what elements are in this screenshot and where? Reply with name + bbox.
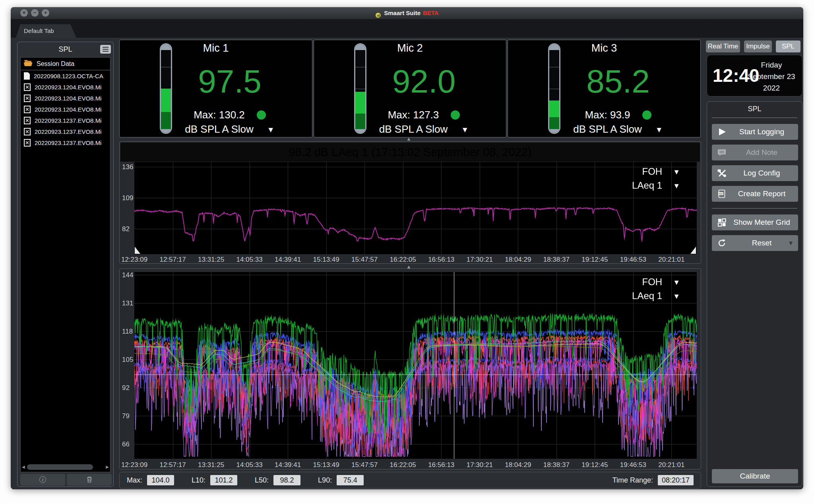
tab-bar: Default Tab <box>11 19 803 38</box>
session-file-row[interactable]: ✕20220923.1204.EVO8.Mi <box>21 81 110 93</box>
chevron-down-icon: ▼ <box>673 277 680 288</box>
mic-name: Mic 3 <box>508 41 700 55</box>
tab-spl[interactable]: SPL <box>776 41 800 52</box>
mic-max-label: Max: 127.3 <box>388 109 439 121</box>
x-axis-tick-label: 15:13:49 <box>313 256 339 264</box>
scroll-right-icon[interactable]: ▶ <box>106 465 109 469</box>
chevron-down-icon: ▼ <box>673 291 680 301</box>
scrollbar-thumb[interactable] <box>27 464 93 470</box>
log-file-icon: ✕ <box>24 128 31 135</box>
clip-indicator-dot <box>451 110 460 120</box>
tab-impulse[interactable]: Impulse <box>744 41 772 52</box>
start-logging-button[interactable]: Start Logging <box>712 124 798 140</box>
hamburger-menu-icon[interactable] <box>100 45 111 54</box>
spl-overview-chart-panel: 98.2 dB LAeq 1 (17:13:02 September 08, 2… <box>119 141 701 264</box>
session-file-row[interactable]: ✕20220923.1237.EVO8.Mi <box>21 137 110 148</box>
collapse-up-icon[interactable]: ▲ <box>406 137 411 141</box>
detail-chart-canvas[interactable] <box>134 272 697 459</box>
time-range-value[interactable]: 08:20:17 <box>658 475 694 485</box>
session-file-row[interactable]: ✕20220923.1204.EVO8.Mi <box>21 93 110 104</box>
meter-mode-dropdown[interactable]: dB SPL A Slow▼ <box>536 123 700 136</box>
info-icon: i <box>39 476 46 483</box>
x-axis-tick-label: 14:05:33 <box>236 461 262 469</box>
clip-indicator-dot <box>642 110 651 120</box>
smaart-suite-screen: × − + sjSmaart SuiteBETA Default Tab SPL… <box>0 0 814 504</box>
stat-label-l50: L50: <box>255 476 269 485</box>
y-axis-tick-label: 131 <box>122 300 134 307</box>
scroll-left-icon[interactable]: ◀ <box>22 465 25 469</box>
y-axis-tick-label: 136 <box>122 164 134 170</box>
x-axis-tick-label: 19:46:53 <box>620 461 646 469</box>
source-dropdown[interactable]: FOH▼ <box>642 166 680 177</box>
create-report-button[interactable]: PDF Create Report <box>712 186 798 202</box>
x-axis-tick-label: 20:21:01 <box>658 256 684 264</box>
session-file-row[interactable]: ✕20220923.1237.EVO8.Mi <box>21 115 110 126</box>
log-file-icon: ✕ <box>24 117 31 124</box>
tab-default[interactable]: Default Tab <box>16 24 76 38</box>
log-file-icon: ✕ <box>24 95 31 102</box>
y-axis-tick-label: 82 <box>122 226 134 232</box>
session-file-list[interactable]: Session Data 20220908.1223.OCTA-CA✕20220… <box>20 57 110 472</box>
y-axis-tick-label: 79 <box>122 413 134 419</box>
reset-icon <box>717 238 727 248</box>
metric-dropdown[interactable]: LAeq 1▼ <box>632 180 680 191</box>
session-data-folder-row[interactable]: Session Data <box>21 58 110 70</box>
spl-statistics-bar: Max: 104.0 L10: 101.2 L50: 98.2 L90: 75.… <box>119 472 701 489</box>
reset-button[interactable]: Reset ▼ <box>712 235 798 251</box>
title-bar: × − + sjSmaart SuiteBETA <box>11 7 803 19</box>
pdf-icon: PDF <box>717 189 727 199</box>
info-button[interactable]: i <box>20 474 65 486</box>
meter-mode-label: dB SPL A Slow <box>185 123 253 135</box>
window-title: sjSmaart SuiteBETA <box>11 7 803 19</box>
file-name: 20220923.1237.EVO8.Mi <box>35 139 101 146</box>
session-file-row[interactable]: 20220908.1223.OCTA-CA <box>21 70 110 81</box>
log-file-icon: ✕ <box>24 83 31 91</box>
meter-mode-dropdown[interactable]: dB SPL A Slow▼ <box>342 123 506 136</box>
x-axis-tick-label: 18:38:37 <box>543 256 570 264</box>
range-handle-right[interactable] <box>690 247 696 254</box>
spl-detail-chart-panel: 144131118105927966 12:23:0912:57:1713:31… <box>119 268 701 469</box>
file-name: 20220923.1237.EVO8.Mi <box>35 128 101 135</box>
x-axis-tick-label: 18:04:29 <box>505 256 531 264</box>
chevron-down-icon: ▼ <box>461 126 469 134</box>
source-dropdown[interactable]: FOH▼ <box>642 277 680 288</box>
stat-label-max: Max: <box>127 476 142 485</box>
file-name: 20220908.1223.OCTA-CA <box>34 73 103 79</box>
x-axis-tick-label: 18:04:29 <box>505 461 531 469</box>
y-axis-tick-label: 118 <box>122 328 134 335</box>
overview-chart-canvas[interactable] <box>134 162 697 254</box>
meter-mode-dropdown[interactable]: dB SPL A Slow▼ <box>147 123 312 136</box>
delete-button[interactable] <box>67 474 112 486</box>
tab-real-time[interactable]: Real Time <box>706 41 740 52</box>
beta-badge: BETA <box>423 10 439 16</box>
spl-control-panel: SPL Start Logging Add Note Log Config PD… <box>707 101 802 487</box>
x-axis-tick-label: 16:56:13 <box>428 256 454 264</box>
file-name: 20220923.1204.EVO8.Mi <box>35 95 101 102</box>
mic-spl-value: 85.2 <box>536 62 700 101</box>
session-file-row[interactable]: ✕20220923.1237.EVO8.Mi <box>21 126 110 137</box>
tools-icon <box>717 168 727 178</box>
x-axis-tick-label: 12:23:09 <box>121 461 147 469</box>
note-icon <box>717 148 727 157</box>
meter-mode-label: dB SPL A Slow <box>573 123 642 135</box>
x-axis-tick-label: 17:30:21 <box>467 461 493 469</box>
log-config-button[interactable]: Log Config <box>712 165 798 181</box>
sidebar-title: SPL <box>17 42 113 56</box>
x-axis-tick-label: 16:22:05 <box>390 256 416 264</box>
mic-meter-panel: Mic 3 85.2 Max: 93.9 dB SPL A Slow▼ <box>508 40 701 137</box>
x-axis-tick-label: 13:31:25 <box>198 461 224 469</box>
svg-text:PDF: PDF <box>719 193 724 195</box>
metric-dropdown[interactable]: LAeq 1▼ <box>632 291 680 301</box>
mic-max-label: Max: 130.2 <box>194 109 245 121</box>
horizontal-scrollbar[interactable]: ◀ ▶ <box>22 464 109 470</box>
show-meter-grid-button[interactable]: Show Meter Grid <box>712 214 798 230</box>
session-file-row[interactable]: ✕20220923.1204.EVO8.Mi <box>21 104 110 115</box>
range-handle-left[interactable] <box>135 247 140 254</box>
reset-dropdown-icon[interactable]: ▼ <box>788 235 794 251</box>
mic-spl-value: 92.0 <box>342 62 506 101</box>
calibrate-button[interactable]: Calibrate <box>712 469 798 483</box>
stat-value-l10: 101.2 <box>210 475 237 485</box>
mic-name: Mic 2 <box>314 41 506 55</box>
x-axis-tick-label: 19:46:53 <box>620 256 646 264</box>
mic-spl-value: 97.5 <box>147 62 312 101</box>
